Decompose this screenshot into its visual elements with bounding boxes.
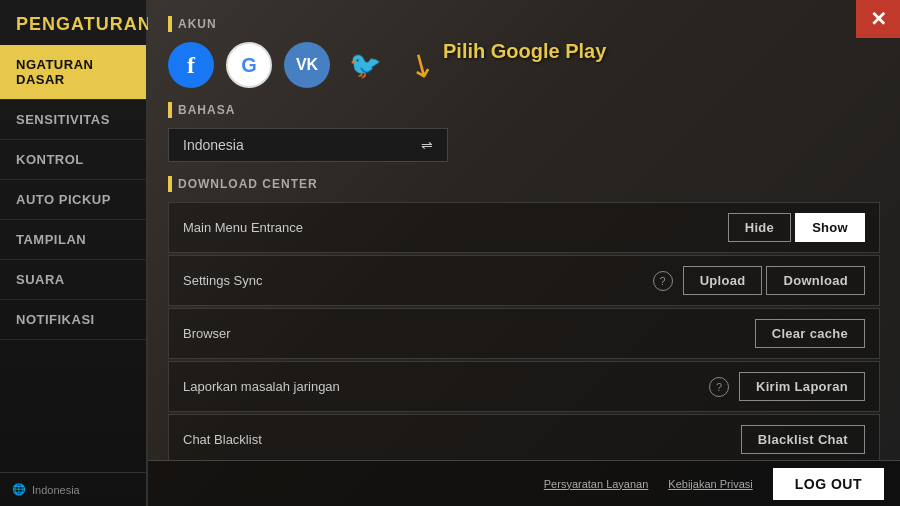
account-icons: f G VK 🐦 [168, 42, 880, 88]
google-icon[interactable]: G [226, 42, 272, 88]
language-section-header: BAHASA [168, 102, 880, 118]
row-browser-label: Browser [183, 326, 755, 341]
section-bar [168, 16, 172, 32]
settings-sync-help-icon[interactable]: ? [653, 271, 673, 291]
section-bar-dl [168, 176, 172, 192]
row-laporkan-actions: ? Kirim Laporan [709, 372, 865, 401]
sidebar-item-notifikasi[interactable]: NOTIFIKASI [0, 300, 146, 340]
sidebar: PENGATURAN NGATURAN DASAR SENSITIVITAS K… [0, 0, 148, 506]
sidebar-title: PENGATURAN [0, 0, 146, 45]
row-chat-blacklist-label: Chat Blacklist [183, 432, 741, 447]
language-section: BAHASA Indonesia ⇌ [168, 102, 880, 162]
language-selected: Indonesia [183, 137, 244, 153]
language-dropdown-icon: ⇌ [421, 137, 433, 153]
twitter-icon[interactable]: 🐦 [342, 42, 388, 88]
language-section-title: BAHASA [178, 103, 235, 117]
download-button[interactable]: Download [766, 266, 865, 295]
row-settings-sync: Settings Sync ? Upload Download [168, 255, 880, 306]
clear-cache-button[interactable]: Clear cache [755, 319, 865, 348]
row-laporkan-label: Laporkan masalah jaringan [183, 379, 709, 394]
account-section: AKUN f G VK 🐦 [168, 16, 880, 88]
main-panel: ✕ ↙ Pilih Google Play AKUN f G VK 🐦 [148, 0, 900, 506]
logout-button[interactable]: LOG OUT [773, 468, 884, 500]
download-center-section: DOWNLOAD CENTER Main Menu Entrance Hide … [168, 176, 880, 460]
row-browser-actions: Clear cache [755, 319, 865, 348]
globe-icon: 🌐 [12, 483, 26, 496]
row-chat-blacklist: Chat Blacklist Blacklist Chat [168, 414, 880, 460]
language-dropdown[interactable]: Indonesia ⇌ [168, 128, 448, 162]
section-bar-lang [168, 102, 172, 118]
close-icon: ✕ [870, 7, 887, 31]
row-chat-blacklist-actions: Blacklist Chat [741, 425, 865, 454]
row-main-menu-actions: Hide Show [728, 213, 865, 242]
sidebar-item-suara[interactable]: SUARA [0, 260, 146, 300]
row-settings-sync-label: Settings Sync [183, 273, 653, 288]
sidebar-item-ngaturan-dasar[interactable]: NGATURAN DASAR [0, 45, 146, 100]
account-section-header: AKUN [168, 16, 880, 32]
laporkan-help-icon[interactable]: ? [709, 377, 729, 397]
terms-link[interactable]: Persyaratan Layanan [544, 478, 649, 490]
row-browser: Browser Clear cache [168, 308, 880, 359]
sidebar-item-sensitivitas[interactable]: SENSITIVITAS [0, 100, 146, 140]
download-section-title: DOWNLOAD CENTER [178, 177, 318, 191]
content-area: AKUN f G VK 🐦 BAHASA Indonesia ⇌ [148, 0, 900, 460]
sidebar-item-kontrol[interactable]: KONTROL [0, 140, 146, 180]
hide-button[interactable]: Hide [728, 213, 791, 242]
download-section-header: DOWNLOAD CENTER [168, 176, 880, 192]
row-main-menu: Main Menu Entrance Hide Show [168, 202, 880, 253]
blacklist-chat-button[interactable]: Blacklist Chat [741, 425, 865, 454]
sidebar-footer: 🌐 Indonesia [0, 472, 146, 506]
close-button[interactable]: ✕ [856, 0, 900, 38]
row-main-menu-label: Main Menu Entrance [183, 220, 728, 235]
account-section-title: AKUN [178, 17, 217, 31]
vk-icon[interactable]: VK [284, 42, 330, 88]
bottom-bar: Persyaratan Layanan Kebijakan Privasi LO… [148, 460, 900, 506]
sidebar-item-auto-pickup[interactable]: AUTO PICKUP [0, 180, 146, 220]
kirim-laporan-button[interactable]: Kirim Laporan [739, 372, 865, 401]
sidebar-item-tampilan[interactable]: TAMPILAN [0, 220, 146, 260]
facebook-icon[interactable]: f [168, 42, 214, 88]
row-settings-sync-actions: ? Upload Download [653, 266, 865, 295]
row-laporkan: Laporkan masalah jaringan ? Kirim Lapora… [168, 361, 880, 412]
privacy-link[interactable]: Kebijakan Privasi [668, 478, 752, 490]
upload-button[interactable]: Upload [683, 266, 763, 295]
show-button[interactable]: Show [795, 213, 865, 242]
sidebar-footer-label: Indonesia [32, 484, 80, 496]
